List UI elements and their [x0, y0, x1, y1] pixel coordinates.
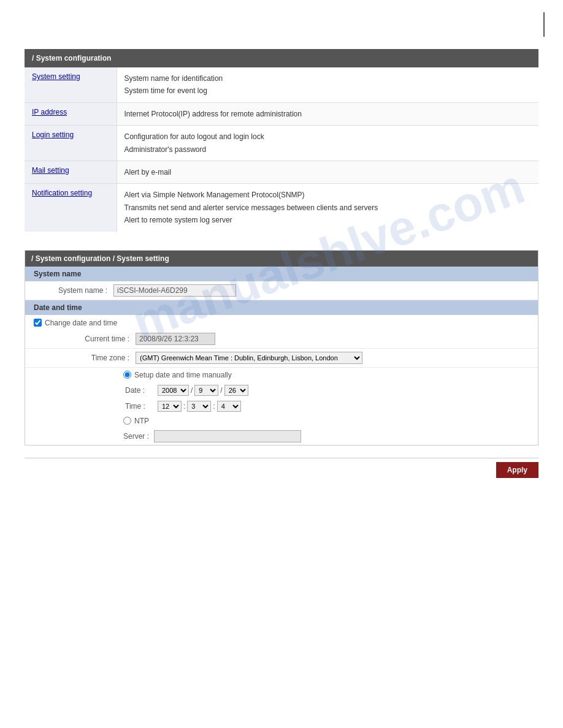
system-config-section: / System configuration System setting Sy… [25, 49, 538, 232]
system-name-label: System name : [34, 286, 113, 295]
table-row: Mail setting Alert by e-mail [25, 161, 538, 183]
manual-radio[interactable] [123, 371, 131, 379]
time-sep1: : [183, 402, 185, 411]
system-setting-link-cell[interactable]: System setting [25, 67, 117, 102]
timezone-label: Time zone : [56, 354, 136, 362]
system-name-value[interactable] [113, 284, 529, 297]
change-date-time-label: Change date and time [45, 319, 117, 327]
desc-line: Administrator's password [124, 143, 532, 156]
top-divider [543, 12, 545, 37]
system-name-row: System name : [25, 281, 538, 300]
mail-setting-link-cell[interactable]: Mail setting [25, 161, 117, 183]
day-select[interactable]: 1234567891011121314151617181920212223242… [224, 385, 248, 396]
desc-line: Alert to remote system log server [124, 214, 532, 226]
login-setting-link[interactable]: Login setting [32, 131, 74, 139]
time-sep2: : [213, 402, 215, 411]
current-time-value [136, 333, 529, 345]
mail-setting-link[interactable]: Mail setting [32, 166, 69, 175]
desc-line: Transmits net send and alerter service m… [124, 202, 532, 214]
date-time-section-title: Date and time [25, 300, 538, 315]
system-setting-desc: System name for identification System ti… [117, 67, 538, 102]
manual-radio-label: Setup date and time manually [134, 371, 232, 379]
system-setting-link[interactable]: System setting [32, 72, 80, 81]
manual-radio-row: Setup date and time manually [25, 368, 538, 382]
desc-line: Alert via Simple Network Management Prot… [124, 189, 532, 201]
time-label: Time : [125, 402, 156, 411]
login-setting-link-cell[interactable]: Login setting [25, 126, 117, 161]
desc-line: Configuration for auto logout and login … [124, 131, 532, 143]
current-time-row: Current time : [25, 330, 538, 349]
current-time-input [136, 333, 215, 345]
desc-line: Alert by e-mail [124, 166, 532, 178]
timezone-value[interactable]: (GMT) Greenwich Mean Time : Dublin, Edin… [136, 352, 529, 364]
min-select[interactable]: 0123456789101112131415161718192021222324… [187, 401, 211, 412]
ntp-radio-row: NTP [25, 414, 538, 428]
desc-line: System time for event log [124, 85, 532, 97]
month-select[interactable]: 123456789101112 [194, 385, 218, 396]
login-setting-desc: Configuration for auto logout and login … [117, 126, 538, 161]
desc-line: Internet Protocol(IP) address for remote… [124, 108, 532, 120]
ip-address-link[interactable]: IP address [32, 108, 67, 116]
current-time-label: Current time : [56, 335, 136, 343]
ntp-radio[interactable] [123, 417, 131, 425]
setting-panel: / System configuration / System setting … [25, 250, 538, 446]
timezone-row: Time zone : (GMT) Greenwich Mean Time : … [25, 349, 538, 368]
notification-setting-link[interactable]: Notification setting [32, 189, 92, 197]
ntp-label: NTP [134, 417, 149, 425]
table-row: System setting System name for identific… [25, 67, 538, 102]
notification-setting-desc: Alert via Simple Network Management Prot… [117, 184, 538, 232]
table-row: Login setting Configuration for auto log… [25, 126, 538, 161]
ip-address-link-cell[interactable]: IP address [25, 102, 117, 125]
system-setting-detail-section: / System configuration / System setting … [25, 250, 538, 446]
timezone-select[interactable]: (GMT) Greenwich Mean Time : Dublin, Edin… [136, 352, 362, 364]
system-name-input[interactable] [113, 284, 236, 297]
change-date-time-row: Change date and time [25, 315, 538, 330]
server-label: Server : [123, 432, 154, 441]
system-name-section-title: System name [25, 267, 538, 281]
date-label: Date : [125, 386, 156, 395]
notification-setting-link-cell[interactable]: Notification setting [25, 184, 117, 232]
date-sep2: / [220, 386, 222, 395]
bottom-bar: Apply [25, 458, 538, 482]
desc-line: System name for identification [124, 72, 532, 85]
ip-address-desc: Internet Protocol(IP) address for remote… [117, 102, 538, 125]
hour-select[interactable]: 01234567891011121314151617181920212223 [158, 401, 182, 412]
date-row: Date : 200820092010 / 123456789101112 / … [25, 382, 538, 398]
server-input[interactable] [154, 430, 301, 442]
mail-setting-desc: Alert by e-mail [117, 161, 538, 183]
sec-select[interactable]: 0123456789101112131415161718192021222324… [217, 401, 241, 412]
section1-header: / System configuration [25, 49, 538, 67]
table-row: IP address Internet Protocol(IP) address… [25, 102, 538, 125]
year-select[interactable]: 200820092010 [158, 385, 189, 396]
system-config-table: / System configuration System setting Sy… [25, 49, 538, 232]
table-row: Notification setting Alert via Simple Ne… [25, 184, 538, 232]
server-row: Server : [25, 428, 538, 445]
time-row: Time : 012345678910111213141516171819202… [25, 398, 538, 414]
date-sep1: / [191, 386, 193, 395]
apply-button[interactable]: Apply [496, 462, 538, 478]
setting-panel-header: / System configuration / System setting [25, 251, 538, 267]
change-date-time-checkbox[interactable] [34, 319, 42, 327]
